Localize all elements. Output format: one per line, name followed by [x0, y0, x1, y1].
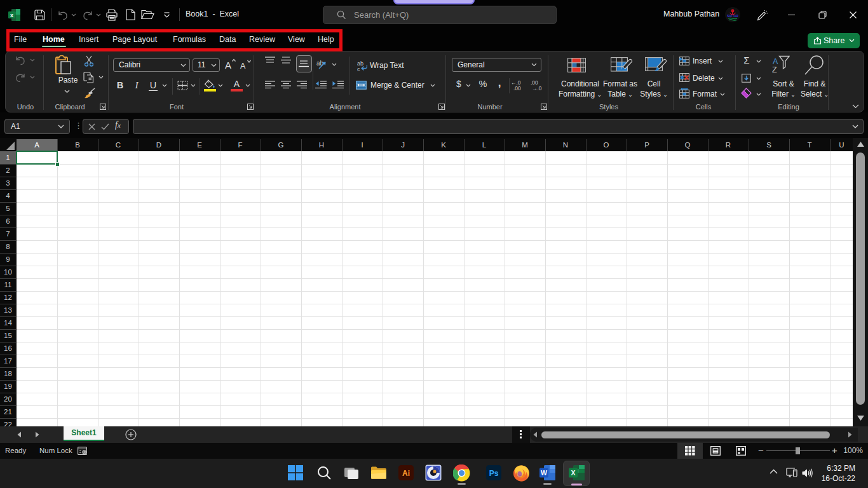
svg-text:Ai: Ai: [402, 469, 410, 478]
svg-text:W: W: [541, 469, 547, 477]
svg-text:Ps: Ps: [489, 469, 499, 478]
svg-text:ab: ab: [316, 60, 324, 67]
svg-text:A: A: [240, 62, 246, 71]
svg-text:X: X: [571, 469, 575, 477]
svg-text:A: A: [773, 57, 778, 66]
svg-text:.00: .00: [513, 85, 521, 91]
svg-text:→.0: →.0: [532, 85, 542, 91]
svg-text:A: A: [225, 60, 231, 71]
svg-text:Z: Z: [772, 65, 777, 73]
svg-text:x: x: [10, 12, 13, 18]
svg-text:c: c: [357, 66, 360, 72]
svg-text:SATTAR: SATTAR: [727, 15, 738, 18]
